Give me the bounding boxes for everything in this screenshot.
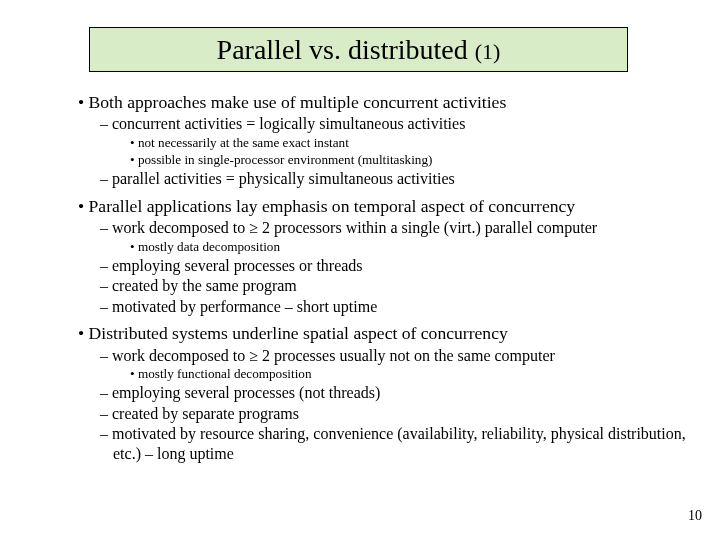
bullet-l17: – motivated by resource sharing, conveni… — [78, 424, 688, 463]
page-number: 10 — [688, 508, 702, 524]
bullet-l14: • mostly functional decomposition — [78, 366, 688, 382]
bullet-l10: – created by the same program — [78, 276, 688, 296]
slide: Parallel vs. distributed (1) • Both appr… — [0, 0, 720, 540]
title-box: Parallel vs. distributed (1) — [89, 27, 628, 72]
bullet-l13: – work decomposed to ≥ 2 processes usual… — [78, 346, 688, 366]
bullet-l16: – created by separate programs — [78, 404, 688, 424]
bullet-l1: • Both approaches make use of multiple c… — [78, 92, 688, 113]
bullet-l9: – employing several processes or threads — [78, 256, 688, 276]
title-main: Parallel vs. distributed — [217, 34, 475, 65]
bullet-l12: • Distributed systems underline spatial … — [78, 323, 688, 344]
bullet-l8: • mostly data decomposition — [78, 239, 688, 255]
bullet-l11: – motivated by performance – short uptim… — [78, 297, 688, 317]
bullet-l5: – parallel activities = physically simul… — [78, 169, 688, 189]
bullet-l15: – employing several processes (not threa… — [78, 383, 688, 403]
bullet-l3: • not necessarily at the same exact inst… — [78, 135, 688, 151]
bullet-l6: • Parallel applications lay emphasis on … — [78, 196, 688, 217]
title-sub: (1) — [475, 39, 501, 64]
body-content: • Both approaches make use of multiple c… — [78, 92, 688, 464]
bullet-l7: – work decomposed to ≥ 2 processors with… — [78, 218, 688, 238]
bullet-l2: – concurrent activities = logically simu… — [78, 114, 688, 134]
bullet-l4: • possible in single-processor environme… — [78, 152, 688, 168]
